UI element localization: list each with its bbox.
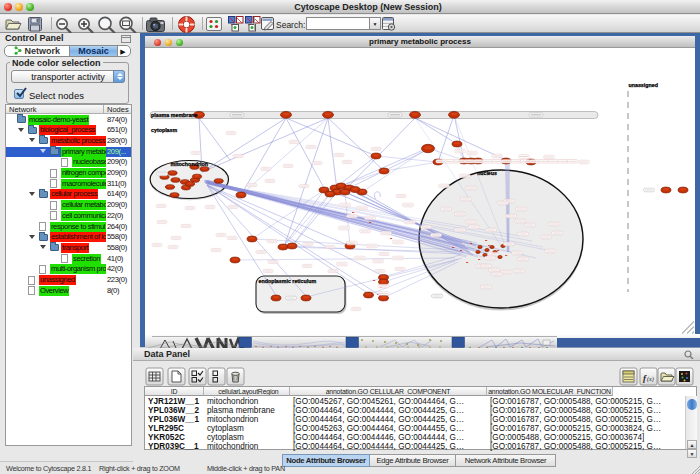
- svg-text:cytoplasm: cytoplasm: [151, 127, 177, 133]
- svg-text:plasma membrane: plasma membrane: [151, 112, 198, 118]
- svg-text:mitochondrion: mitochondrion: [170, 161, 208, 167]
- svg-text:(x): (x): [647, 376, 654, 383]
- svg-text:nucleus: nucleus: [477, 170, 497, 176]
- svg-text:endoplasmic reticulum: endoplasmic reticulum: [259, 278, 317, 284]
- svg-text:unassigned: unassigned: [629, 82, 658, 88]
